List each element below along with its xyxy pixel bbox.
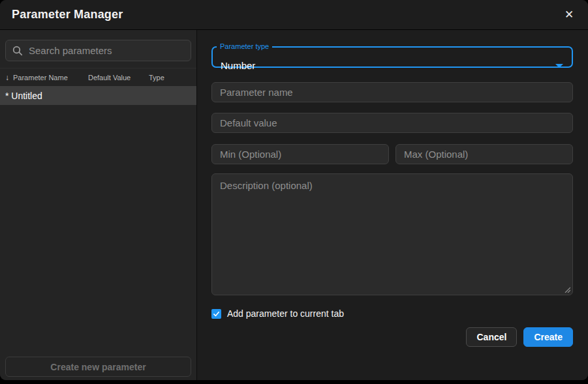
parameter-list-sidebar: ↓ Parameter Name Default Value Type * Un…: [0, 30, 197, 380]
titlebar: Parameter Manager ✕: [0, 0, 588, 30]
column-type[interactable]: Type: [149, 74, 191, 81]
parameter-table-header: ↓ Parameter Name Default Value Type: [0, 68, 196, 86]
close-icon[interactable]: ✕: [561, 7, 578, 23]
parameter-name-field[interactable]: [211, 82, 573, 102]
add-to-tab-label: Add parameter to current tab: [227, 308, 344, 319]
default-value-field[interactable]: [211, 113, 573, 133]
sidebar-spacer: [0, 105, 196, 351]
dialog-body: ↓ Parameter Name Default Value Type * Un…: [0, 30, 588, 380]
parameter-row-name: * Untitled: [5, 91, 42, 101]
parameter-type-value: Number: [221, 60, 255, 72]
min-max-row: [211, 144, 573, 164]
search-input[interactable]: [29, 45, 184, 56]
description-container: [211, 173, 573, 295]
parameter-type-select[interactable]: Parameter type Number: [211, 42, 573, 68]
search-container: [0, 30, 196, 68]
cancel-button[interactable]: Cancel: [466, 327, 517, 347]
search-icon: [12, 46, 23, 56]
description-field[interactable]: [211, 173, 573, 295]
sort-descending-icon: ↓: [5, 73, 9, 82]
column-default-value[interactable]: Default Value: [88, 74, 149, 81]
max-field[interactable]: [395, 144, 573, 164]
chevron-down-icon: [555, 64, 563, 68]
dialog-actions: Cancel Create: [211, 327, 573, 347]
column-label: Parameter Name: [13, 74, 68, 81]
parameter-manager-dialog: Parameter Manager ✕ ↓ Parameter Name: [0, 0, 588, 380]
parameter-form: Parameter type Number: [197, 30, 588, 380]
create-new-parameter-button[interactable]: Create new parameter: [5, 357, 191, 377]
parameter-row-untitled[interactable]: * Untitled: [0, 86, 196, 105]
min-field[interactable]: [211, 144, 389, 164]
column-parameter-name[interactable]: ↓ Parameter Name: [5, 73, 88, 82]
checkbox-checked-icon[interactable]: [211, 309, 221, 319]
add-to-tab-option[interactable]: Add parameter to current tab: [211, 308, 573, 319]
parameter-type-label: Parameter type: [217, 42, 272, 51]
dialog-title: Parameter Manager: [12, 8, 123, 22]
search-box[interactable]: [5, 40, 191, 61]
create-button[interactable]: Create: [523, 327, 573, 347]
